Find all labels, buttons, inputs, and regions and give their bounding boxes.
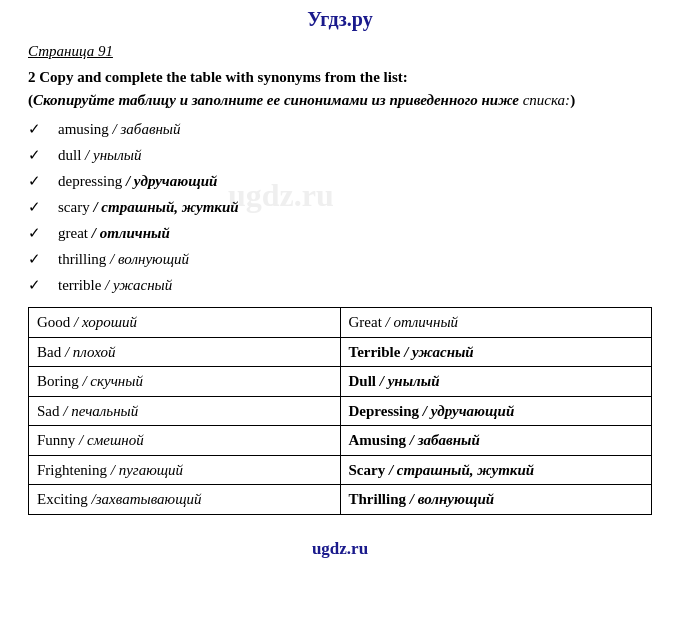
cell-en: Great (349, 314, 382, 330)
table-row: Boring / скучныйDull / унылый (29, 367, 652, 397)
task-text-ru: (Скопируйте таблицу и заполните ее синон… (28, 92, 575, 108)
cell-en: Good (37, 314, 70, 330)
item-text: great / отличный (58, 221, 170, 245)
table-row: Exciting /захватывающийThrilling / волну… (29, 485, 652, 515)
table-cell-left: Exciting /захватывающий (29, 485, 341, 515)
cell-ru: / хороший (70, 314, 137, 330)
list-item: ✓dull / унылый (28, 143, 652, 167)
cell-ru: / отличный (382, 314, 458, 330)
list-item: ✓depressing / удручающий (28, 169, 652, 193)
table-cell-right: Dull / унылый (340, 367, 652, 397)
item-text: depressing / удручающий (58, 169, 217, 193)
cell-ru: / страшный, жуткий (385, 462, 534, 478)
item-en: thrilling (58, 251, 106, 267)
table-cell-left: Funny / смешной (29, 426, 341, 456)
footer: ugdz.ru (0, 533, 680, 567)
table-cell-left: Bad / плохой (29, 337, 341, 367)
cell-ru: / смешной (75, 432, 143, 448)
cell-ru: /захватывающий (88, 491, 202, 507)
list-item: ✓scary / страшный, жуткий (28, 195, 652, 219)
item-en: great (58, 225, 88, 241)
check-icon: ✓ (28, 143, 46, 167)
cell-en: Dull (349, 373, 377, 389)
item-ru: / страшный, жуткий (90, 199, 239, 215)
cell-en: Bad (37, 344, 61, 360)
page-reference: Страница 91 (28, 43, 652, 60)
cell-en: Thrilling (349, 491, 407, 507)
item-text: amusing / забавный (58, 117, 181, 141)
item-text: scary / страшный, жуткий (58, 195, 239, 219)
table-cell-right: Terrible / ужасный (340, 337, 652, 367)
item-en: scary (58, 199, 90, 215)
check-icon: ✓ (28, 247, 46, 271)
task-number: 2 (28, 69, 36, 85)
cell-en: Depressing (349, 403, 420, 419)
check-icon: ✓ (28, 221, 46, 245)
item-text: terrible / ужасный (58, 273, 172, 297)
cell-ru: / печальный (60, 403, 139, 419)
checklist-container: ✓amusing / забавный✓dull / унылый✓depres… (28, 117, 652, 297)
cell-en: Sad (37, 403, 60, 419)
cell-en: Terrible (349, 344, 401, 360)
item-ru: / унылый (81, 147, 141, 163)
list-item: ✓thrilling / волнующий (28, 247, 652, 271)
site-title: Угдз.ру (0, 0, 680, 35)
item-ru: / ужасный (101, 277, 172, 293)
cell-ru: / удручающий (419, 403, 514, 419)
table-cell-right: Great / отличный (340, 308, 652, 338)
table-cell-right: Amusing / забавный (340, 426, 652, 456)
check-icon: ✓ (28, 273, 46, 297)
table-cell-right: Scary / страшный, жуткий (340, 455, 652, 485)
table-cell-right: Depressing / удручающий (340, 396, 652, 426)
table-cell-right: Thrilling / волнующий (340, 485, 652, 515)
check-icon: ✓ (28, 117, 46, 141)
footer-text: ugdz.ru (312, 539, 368, 558)
check-icon: ✓ (28, 195, 46, 219)
table-container: Good / хорошийGreat / отличныйBad / плох… (28, 307, 652, 515)
item-en: terrible (58, 277, 101, 293)
table-cell-left: Frightening / пугающий (29, 455, 341, 485)
cell-ru: / забавный (406, 432, 480, 448)
cell-ru: / ужасный (400, 344, 473, 360)
cell-ru: / унылый (376, 373, 440, 389)
table-cell-left: Good / хороший (29, 308, 341, 338)
item-ru: / отличный (88, 225, 170, 241)
table-row: Good / хорошийGreat / отличный (29, 308, 652, 338)
list-item: ✓great / отличный (28, 221, 652, 245)
item-ru: / удручающий (122, 173, 217, 189)
cell-ru: / скучный (79, 373, 143, 389)
cell-en: Boring (37, 373, 79, 389)
task-instruction: 2 Copy and complete the table with synon… (28, 66, 652, 111)
cell-ru: / волнующий (406, 491, 494, 507)
table-row: Sad / печальныйDepressing / удручающий (29, 396, 652, 426)
synonyms-list: ✓amusing / забавный✓dull / унылый✓depres… (28, 117, 652, 297)
cell-en: Funny (37, 432, 75, 448)
item-text: dull / унылый (58, 143, 141, 167)
item-en: dull (58, 147, 81, 163)
synonyms-table: Good / хорошийGreat / отличныйBad / плох… (28, 307, 652, 515)
header: Угдз.ру (0, 0, 680, 35)
cell-en: Scary (349, 462, 386, 478)
main-content: Страница 91 2 Copy and complete the tabl… (0, 35, 680, 533)
item-ru: / забавный (109, 121, 181, 137)
cell-en: Exciting (37, 491, 88, 507)
table-row: Frightening / пугающийScary / страшный, … (29, 455, 652, 485)
list-item: ✓terrible / ужасный (28, 273, 652, 297)
table-row: Bad / плохойTerrible / ужасный (29, 337, 652, 367)
table-cell-left: Sad / печальный (29, 396, 341, 426)
item-text: thrilling / волнующий (58, 247, 189, 271)
table-cell-left: Boring / скучный (29, 367, 341, 397)
cell-ru: / плохой (61, 344, 115, 360)
cell-en: Amusing (349, 432, 407, 448)
cell-en: Frightening (37, 462, 107, 478)
table-row: Funny / смешнойAmusing / забавный (29, 426, 652, 456)
item-en: depressing (58, 173, 122, 189)
item-en: amusing (58, 121, 109, 137)
check-icon: ✓ (28, 169, 46, 193)
task-text-en: Copy and complete the table with synonym… (39, 69, 407, 85)
list-item: ✓amusing / забавный (28, 117, 652, 141)
cell-ru: / пугающий (107, 462, 183, 478)
item-ru: / волнующий (106, 251, 189, 267)
